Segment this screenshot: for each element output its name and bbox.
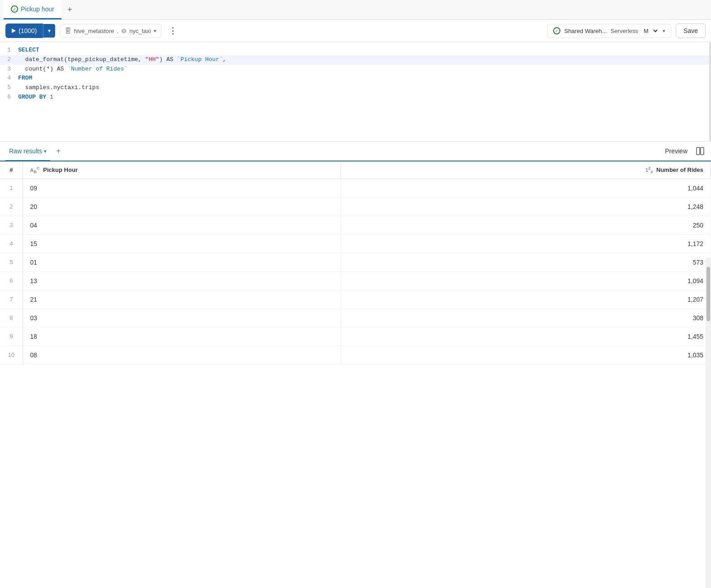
save-button[interactable]: Save (676, 24, 706, 38)
cell-row-num: 2 (0, 197, 23, 216)
code-text: ) AS (159, 56, 177, 63)
cell-pickup-hour: 03 (23, 308, 341, 327)
run-button-group: (1000) ▾ (5, 24, 55, 38)
type-icon-abc: ABC (30, 167, 40, 173)
cell-row-num: 10 (0, 346, 23, 364)
type-icon-123: 123 (645, 167, 653, 173)
tab-pickup-hour[interactable]: ✓ Pickup hour (4, 0, 62, 19)
cell-row-num: 8 (0, 308, 23, 327)
toolbar: (1000) ▾ 🗄 hive_metastore . ⊖ nyc_taxi ▾… (0, 20, 711, 42)
code-line-3: 3 count(*) AS `Number of Rides` (0, 65, 711, 74)
table-row: 9 18 1,455 (0, 327, 711, 346)
preview-label: Preview (665, 147, 687, 155)
code-text: date_format(tpep_pickup_datetime, (18, 56, 145, 63)
table-row: 6 13 1,094 (0, 271, 711, 290)
code-line-5: 5 samples.nyctaxi.trips (0, 83, 711, 93)
cell-pickup-hour: 21 (23, 290, 341, 308)
run-label: (1000) (19, 27, 37, 34)
table-row: 7 21 1,207 (0, 290, 711, 308)
cell-number-of-rides: 1,172 (341, 234, 711, 253)
run-button[interactable]: (1000) (5, 24, 43, 38)
cell-row-num: 1 (0, 179, 23, 197)
warehouse-type: Serverless (611, 28, 638, 34)
cell-number-of-rides: 308 (341, 308, 711, 327)
cell-row-num: 5 (0, 253, 23, 271)
cell-number-of-rides: 1,035 (341, 346, 711, 364)
keyword-group-by: GROUP BY (18, 94, 50, 100)
svg-rect-1 (701, 147, 704, 155)
more-options-button[interactable]: ⋮ (166, 24, 180, 38)
alias-number-of-rides: `Number of Rides` (67, 66, 128, 72)
cell-pickup-hour: 20 (23, 197, 341, 216)
table-row: 3 04 250 (0, 216, 711, 234)
cell-row-num: 7 (0, 290, 23, 308)
table-row: 8 03 308 (0, 308, 711, 327)
results-chevron-icon: ▾ (44, 148, 47, 154)
schema-name: nyc_taxi (129, 28, 151, 34)
cell-number-of-rides: 1,044 (341, 179, 711, 197)
cell-pickup-hour: 18 (23, 327, 341, 346)
raw-results-label: Raw results (9, 147, 42, 155)
code-line-6: 6 GROUP BY 1 (0, 93, 711, 102)
table-row: 5 01 573 (0, 253, 711, 271)
scrollbar-thumb[interactable] (706, 267, 710, 321)
run-dropdown-button[interactable]: ▾ (43, 24, 55, 38)
line-number-4: 4 (0, 74, 18, 83)
line-number-3: 3 (0, 65, 18, 74)
cell-number-of-rides: 1,094 (341, 271, 711, 290)
cell-row-num: 4 (0, 234, 23, 253)
tab-label: Pickup hour (21, 5, 54, 13)
cell-pickup-hour: 09 (23, 179, 341, 197)
group-by-num: 1 (50, 94, 53, 100)
warehouse-status-icon: ✓ (553, 27, 560, 34)
cell-number-of-rides: 573 (341, 253, 711, 271)
preview-button[interactable]: Preview (659, 145, 693, 157)
col-header-pickup-hour[interactable]: ABC Pickup Hour (23, 161, 341, 179)
table-row: 4 15 1,172 (0, 234, 711, 253)
col-header-number-of-rides[interactable]: 123 Number of Rides (341, 161, 711, 179)
cell-row-num: 6 (0, 271, 23, 290)
schema-dropdown-icon: ▾ (154, 28, 156, 34)
table-header-row: # ABC Pickup Hour 123 Number of Rides (0, 161, 711, 179)
layout-toggle-icon[interactable] (695, 146, 706, 156)
line-number-5: 5 (0, 83, 18, 93)
warehouse-size-select[interactable]: XS S M L XL (642, 27, 659, 35)
col-header-num: # (0, 161, 23, 179)
code-line-4: 4 FROM (0, 74, 711, 83)
cell-pickup-hour: 04 (23, 216, 341, 234)
code-line-1: 1 SELECT (0, 46, 711, 55)
catalog-schema-selector[interactable]: 🗄 hive_metastore . ⊖ nyc_taxi ▾ (60, 24, 161, 38)
tab-add-button[interactable]: + (63, 4, 76, 16)
cell-pickup-hour: 15 (23, 234, 341, 253)
results-table-container: # ABC Pickup Hour 123 Number of Rides 1 … (0, 161, 711, 365)
alias-pickup-hour: `Pickup Hour` (177, 56, 223, 63)
cell-number-of-rides: 250 (341, 216, 711, 234)
code-text: count(*) AS (18, 66, 67, 72)
raw-results-tab[interactable]: Raw results ▾ (5, 142, 50, 161)
cell-number-of-rides: 1,207 (341, 290, 711, 308)
tab-bar: ✓ Pickup hour + (0, 0, 711, 20)
table-row: 1 09 1,044 (0, 179, 711, 197)
schema-icon: ⊖ (121, 27, 127, 34)
table-row: 2 20 1,248 (0, 197, 711, 216)
cell-pickup-hour: 08 (23, 346, 341, 364)
catalog-icon: 🗄 (65, 27, 71, 34)
results-add-button[interactable]: + (52, 145, 65, 157)
cell-pickup-hour: 13 (23, 271, 341, 290)
line-number-6: 6 (0, 93, 18, 102)
code-line-2: 2 date_format(tpep_pickup_datetime, "HH"… (0, 55, 711, 65)
warehouse-selector[interactable]: ✓ Shared Wareh... Serverless XS S M L XL… (547, 24, 671, 38)
catalog-name: hive_metastore (74, 28, 114, 34)
keyword-from: FROM (18, 75, 32, 81)
string-hh: "HH" (145, 56, 159, 63)
code-editor[interactable]: 1 SELECT 2 date_format(tpep_pickup_datet… (0, 42, 711, 142)
warehouse-name: Shared Wareh... (564, 28, 607, 34)
results-bar: Raw results ▾ + Preview (0, 142, 711, 161)
line-number-1: 1 (0, 46, 18, 55)
table-row: 10 08 1,035 (0, 346, 711, 364)
line-number-2: 2 (0, 55, 18, 65)
cell-pickup-hour: 01 (23, 253, 341, 271)
play-icon (12, 28, 16, 33)
page-scrollbar[interactable] (706, 258, 711, 365)
editor-scrollbar[interactable] (709, 42, 711, 141)
